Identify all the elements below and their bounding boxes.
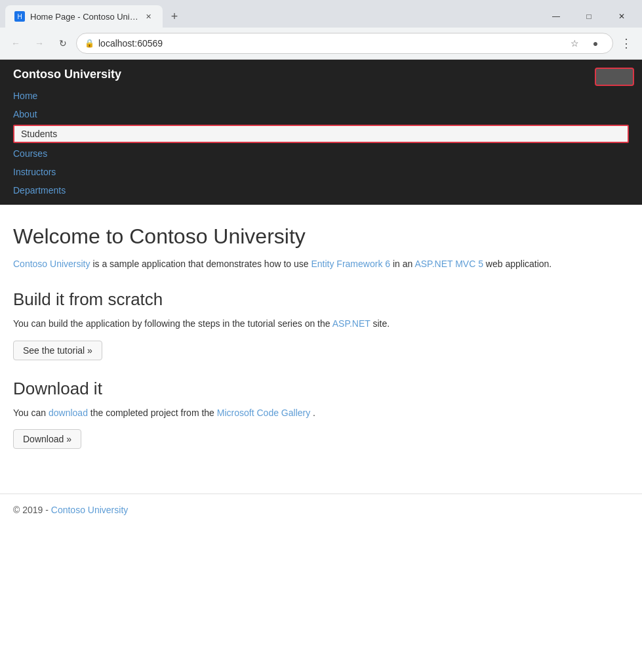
- maximize-button[interactable]: □: [574, 6, 604, 27]
- close-window-button[interactable]: ✕: [607, 6, 637, 27]
- tab-close-button[interactable]: ✕: [143, 11, 153, 22]
- nav-link-courses[interactable]: Courses: [0, 144, 642, 163]
- tab-favicon: H: [14, 11, 25, 22]
- browser-menu-button[interactable]: ⋮: [616, 33, 637, 54]
- account-button[interactable]: ●: [586, 34, 605, 52]
- nav-link-about[interactable]: About: [0, 105, 642, 123]
- download-section-title: Download it: [13, 379, 616, 399]
- microsoft-code-gallery-link[interactable]: Microsoft Code Gallery: [217, 408, 310, 418]
- aspnet-site-link[interactable]: ASP.NET: [332, 318, 371, 329]
- entity-framework-link[interactable]: Entity Framework 6: [311, 259, 390, 269]
- url-text: localhost:60569: [98, 38, 163, 49]
- download-button[interactable]: Download »: [13, 429, 81, 449]
- nav-link-departments[interactable]: Departments: [0, 181, 642, 200]
- build-section-title: Build it from scratch: [13, 289, 616, 310]
- main-content: Welcome to Contoso University Contoso Un…: [0, 205, 630, 480]
- active-tab[interactable]: H Home Page - Contoso University ✕: [5, 5, 163, 28]
- footer: © 2019 - Contoso University: [0, 494, 642, 526]
- footer-copyright: © 2019 -: [13, 505, 51, 515]
- nav-link-instructors[interactable]: Instructors: [0, 163, 642, 181]
- minimize-button[interactable]: —: [541, 6, 571, 27]
- navbar-right-button[interactable]: [595, 68, 634, 86]
- navbar-links: Home About Students Courses Instructors …: [0, 87, 642, 205]
- tab-title: Home Page - Contoso University: [30, 12, 139, 22]
- new-tab-button[interactable]: +: [165, 7, 184, 26]
- lock-icon: 🔒: [85, 39, 94, 48]
- aspnet-mvc-link[interactable]: ASP.NET MVC 5: [414, 259, 483, 269]
- nav-link-home[interactable]: Home: [0, 87, 642, 105]
- address-bar-row: ← → ↻ 🔒 localhost:60569 ☆ ● ⋮: [0, 28, 642, 59]
- nav-link-students[interactable]: Students: [13, 125, 629, 143]
- footer-brand-link[interactable]: Contoso University: [51, 505, 129, 515]
- forward-button[interactable]: →: [29, 33, 50, 54]
- welcome-title: Welcome to Contoso University: [13, 224, 616, 249]
- back-button[interactable]: ←: [5, 33, 26, 54]
- bookmark-button[interactable]: ☆: [565, 34, 584, 52]
- site-brand[interactable]: Contoso University: [0, 60, 642, 87]
- address-right-icons: ☆ ●: [565, 34, 605, 52]
- contoso-university-link[interactable]: Contoso University: [13, 259, 90, 269]
- address-box[interactable]: 🔒 localhost:60569 ☆ ●: [76, 33, 613, 54]
- tab-bar: H Home Page - Contoso University ✕ + — □…: [0, 0, 642, 28]
- site-navbar: Contoso University Home About Students C…: [0, 60, 642, 205]
- intro-text: Contoso University is a sample applicati…: [13, 257, 616, 271]
- browser-chrome: H Home Page - Contoso University ✕ + — □…: [0, 0, 642, 60]
- refresh-button[interactable]: ↻: [52, 33, 73, 54]
- download-link[interactable]: download: [49, 408, 88, 418]
- build-section-text: You can build the application by followi…: [13, 316, 616, 331]
- see-tutorial-button[interactable]: See the tutorial »: [13, 341, 102, 360]
- window-controls: — □ ✕: [541, 6, 637, 27]
- download-section-text: You can download the completed project f…: [13, 406, 616, 420]
